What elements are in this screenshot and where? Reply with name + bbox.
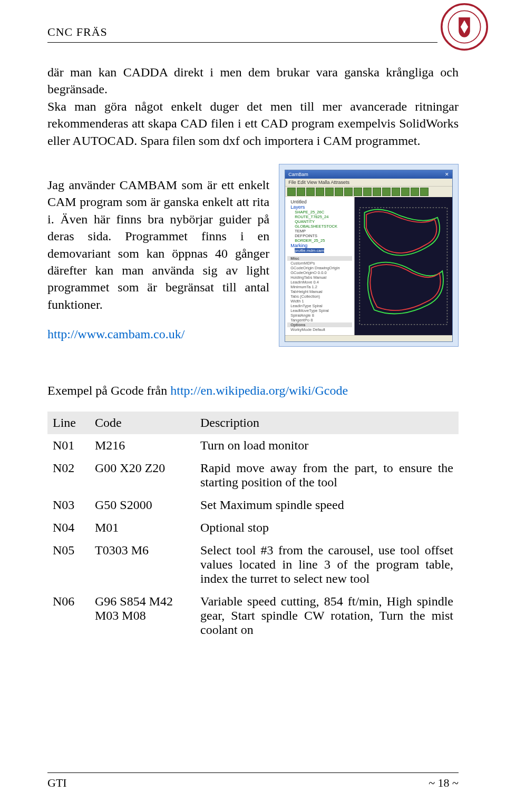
gcode-heading: Exempel på Gcode från http://en.wikipedi… (47, 384, 459, 398)
cambam-tree-panel: Untitled Layers SHAPE_25_26C ROUTE_T7825… (285, 197, 355, 335)
table-row: N06 G96 S854 M42 M03 M08 Variable speed … (47, 590, 459, 641)
certification-badge-icon (441, 3, 488, 51)
gcode-table: Line Code Description N01 M216 Turn on l… (47, 412, 459, 641)
cambam-canvas (355, 197, 452, 335)
cambam-paragraph: Jag använder CAMBAM som är ett enkelt CA… (47, 177, 269, 313)
close-icon: ✕ (445, 172, 449, 177)
cambam-link[interactable]: http://www.cambam.co.uk/ (47, 326, 269, 343)
cambam-titlebar: CamBam ✕ (285, 170, 452, 179)
table-row: N01 M216 Turn on load monitor (47, 434, 459, 457)
table-header-desc: Description (195, 412, 459, 434)
table-row: N04 M01 Optional stop (47, 516, 459, 539)
gcode-wikipedia-link[interactable]: http://en.wikipedia.org/wiki/Gcode (170, 384, 348, 397)
cambam-menubar: File Edit View Malla Attrasets (285, 179, 452, 186)
cambam-title-text: CamBam (288, 172, 308, 177)
table-header-line: Line (47, 412, 90, 434)
doc-title: CNC FRÄS (47, 25, 437, 43)
table-row: N05 T0303 M6 Select tool #3 from the car… (47, 539, 459, 590)
table-row: N02 G00 X20 Z20 Rapid move away from the… (47, 457, 459, 494)
cambam-screenshot: CamBam ✕ File Edit View Malla Attrasets … (279, 164, 459, 347)
footer-page-number: ~ 18 ~ (429, 776, 459, 790)
body-paragraph-1: där man kan CADDA direkt i men dem bruka… (47, 64, 459, 98)
footer-left: GTI (47, 776, 67, 790)
table-header-code: Code (90, 412, 195, 434)
cambam-toolbar (285, 186, 452, 197)
body-paragraph-2: Ska man göra något enkelt duger det men … (47, 98, 459, 149)
table-row: N03 G50 S2000 Set Maximum spindle speed (47, 494, 459, 516)
